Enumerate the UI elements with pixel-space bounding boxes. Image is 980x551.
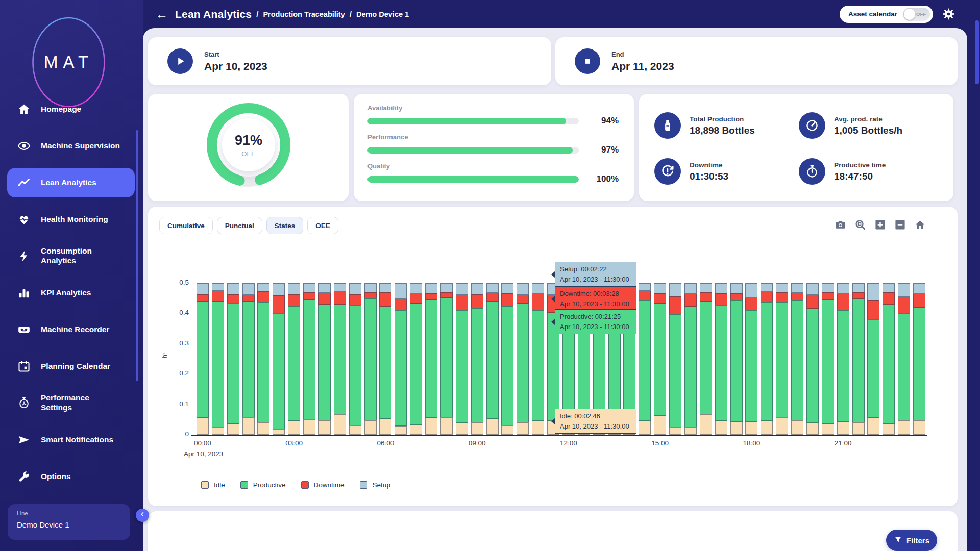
stacked-bar[interactable] (273, 283, 285, 435)
bar-segment-idle[interactable] (212, 427, 224, 435)
sidebar-item-lean-analytics[interactable]: Lean Analytics (0, 164, 143, 201)
bar-segment-idle[interactable] (913, 420, 925, 435)
bar-segment-setup[interactable] (898, 283, 910, 297)
bar-segment-downtime[interactable] (837, 294, 849, 311)
stacked-bar[interactable] (257, 283, 270, 435)
bar-segment-downtime[interactable] (257, 291, 270, 302)
bar-segment-idle[interactable] (715, 421, 727, 435)
bar-segment-setup[interactable] (242, 283, 255, 295)
bar-segment-setup[interactable] (471, 283, 483, 294)
sidebar-item-kpi-analytics[interactable]: KPI Analytics (0, 274, 143, 311)
bar-segment-idle[interactable] (852, 422, 865, 435)
camera-icon[interactable] (835, 219, 846, 231)
legend-item-downtime[interactable]: Downtime (301, 481, 345, 489)
stacked-bar[interactable] (669, 283, 681, 435)
stacked-bar[interactable] (410, 283, 422, 435)
bar-segment-idle[interactable] (669, 427, 681, 435)
bar-segment-idle[interactable] (395, 426, 407, 435)
stacked-bar[interactable] (288, 283, 300, 435)
bar-segment-idle[interactable] (257, 422, 270, 435)
filters-button[interactable]: Filters (886, 530, 937, 551)
bar-segment-setup[interactable] (410, 283, 422, 294)
bar-segment-productive[interactable] (288, 306, 300, 421)
bar-segment-setup[interactable] (837, 283, 849, 294)
bar-segment-idle[interactable] (898, 420, 910, 435)
bar-segment-productive[interactable] (837, 310, 849, 422)
bar-segment-downtime[interactable] (867, 300, 879, 319)
bar-segment-idle[interactable] (379, 419, 391, 435)
bar-segment-idle[interactable] (684, 427, 697, 435)
bar-segment-downtime[interactable] (639, 291, 651, 300)
bar-segment-downtime[interactable] (425, 293, 437, 300)
bar-segment-setup[interactable] (715, 283, 727, 293)
stacked-bar[interactable] (867, 283, 879, 435)
bar-segment-productive[interactable] (776, 302, 788, 417)
bar-segment-downtime[interactable] (761, 292, 773, 303)
bar-segment-productive[interactable] (318, 305, 331, 420)
bar-segment-productive[interactable] (440, 298, 453, 418)
tab-punctual[interactable]: Punctual (217, 217, 262, 234)
stacked-bar[interactable] (517, 283, 529, 435)
bar-segment-productive[interactable] (852, 299, 865, 422)
bar-segment-productive[interactable] (242, 302, 255, 417)
bar-segment-idle[interactable] (349, 425, 361, 435)
tab-cumulative[interactable]: Cumulative (159, 217, 213, 234)
bar-segment-productive[interactable] (822, 300, 834, 424)
bar-segment-idle[interactable] (501, 425, 513, 435)
bar-segment-productive[interactable] (197, 302, 209, 418)
bar-segment-idle[interactable] (700, 414, 712, 435)
stacked-bar[interactable] (715, 283, 727, 435)
stacked-bar[interactable] (364, 283, 377, 435)
bar-segment-idle[interactable] (471, 422, 483, 435)
bar-segment-idle[interactable] (303, 419, 315, 435)
bar-segment-setup[interactable] (395, 283, 407, 299)
bar-segment-idle[interactable] (517, 422, 529, 435)
stacked-bar[interactable] (349, 283, 361, 435)
bar-segment-idle[interactable] (364, 420, 377, 435)
bar-segment-idle[interactable] (532, 421, 544, 435)
stacked-bar[interactable] (440, 283, 453, 435)
stacked-bar[interactable] (700, 283, 712, 435)
sidebar-item-planning-calendar[interactable]: Planning Calendar (0, 348, 143, 385)
tab-states[interactable]: States (266, 217, 304, 234)
bar-segment-downtime[interactable] (791, 293, 803, 300)
bar-segment-setup[interactable] (532, 283, 544, 294)
stacked-bar[interactable] (334, 283, 346, 435)
stacked-bar[interactable] (654, 283, 666, 435)
stacked-bar[interactable] (197, 283, 209, 435)
sidebar-item-health-monitoring[interactable]: Health Monitoring (0, 201, 143, 238)
bar-segment-downtime[interactable] (745, 298, 757, 311)
bar-segment-setup[interactable] (273, 283, 285, 295)
bar-segment-downtime[interactable] (471, 294, 483, 308)
bar-segment-productive[interactable] (486, 302, 499, 419)
bar-segment-setup[interactable] (761, 283, 773, 292)
bar-segment-downtime[interactable] (486, 293, 499, 302)
bar-segment-idle[interactable] (227, 424, 239, 435)
bar-segment-productive[interactable] (273, 313, 285, 429)
bar-segment-productive[interactable] (471, 308, 483, 423)
settings-gear-icon[interactable] (942, 8, 955, 20)
stacked-bar[interactable] (684, 283, 697, 435)
bar-segment-idle[interactable] (761, 421, 773, 435)
stacked-bar[interactable] (227, 283, 239, 435)
bar-segment-setup[interactable] (730, 283, 743, 293)
bar-segment-productive[interactable] (791, 300, 803, 420)
bar-segment-setup[interactable] (379, 283, 391, 292)
bar-segment-setup[interactable] (197, 283, 209, 294)
bar-segment-downtime[interactable] (273, 295, 285, 314)
bar-segment-productive[interactable] (913, 308, 925, 420)
bar-segment-idle[interactable] (456, 423, 468, 435)
bar-segment-productive[interactable] (684, 307, 697, 427)
bar-segment-downtime[interactable] (349, 294, 361, 305)
bar-segment-productive[interactable] (761, 302, 773, 421)
sidebar-item-machine-supervision[interactable]: Machine Supervision (0, 128, 143, 164)
bar-segment-setup[interactable] (669, 283, 681, 296)
bar-segment-downtime[interactable] (806, 295, 819, 309)
bar-segment-setup[interactable] (501, 283, 513, 293)
stacked-bar[interactable] (303, 283, 315, 435)
bar-segment-productive[interactable] (425, 300, 437, 418)
stacked-bar[interactable] (639, 283, 651, 435)
bar-segment-downtime[interactable] (212, 291, 224, 302)
bar-segment-idle[interactable] (486, 419, 499, 435)
stacked-bar[interactable] (898, 283, 910, 435)
